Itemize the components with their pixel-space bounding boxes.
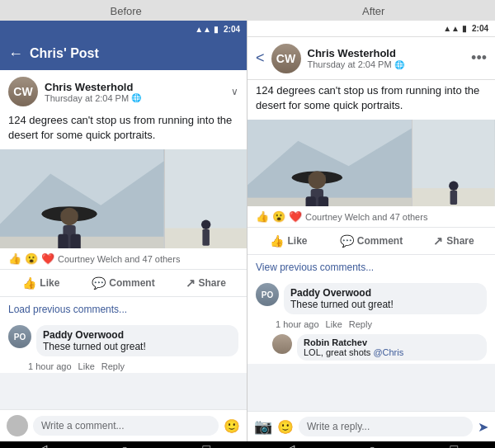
svg-rect-8 — [71, 234, 81, 248]
comment1-reply-right[interactable]: Reply — [349, 319, 372, 329]
comment-label-right: Comment — [357, 235, 403, 247]
post-avatar-left: CW — [8, 77, 38, 106]
svg-rect-15 — [248, 198, 412, 206]
back-button-left[interactable]: ← — [8, 45, 23, 63]
input-avatar-left — [7, 415, 28, 436]
wow-emoji-right: 😮 — [272, 210, 285, 223]
like-emoji-left: 👍 — [8, 252, 21, 265]
comment2-item-right: Robin Ratchev LOL, great shots @Chris — [248, 331, 495, 364]
reactions-row-right: 👍 😮 ❤️ Courtney Welch and 47 others — [248, 206, 495, 228]
view-previous-right[interactable]: View previous comments... — [248, 255, 495, 280]
comment-actions-left: 1 hour ago Like Reply — [0, 360, 247, 373]
action-bar-right: 👍 Like 💬 Comment ↗ Share — [248, 228, 495, 255]
status-bar-right: ▲▲ ▮ 2:04 — [248, 21, 495, 37]
reply-input-bar-right: 📷 🙂 Write a reply... ➤ — [248, 411, 495, 441]
photo-main-left — [0, 149, 164, 248]
like-label-left: Like — [40, 277, 59, 289]
nav-home-button[interactable]: ○ — [120, 442, 129, 449]
post-card-left: CW Chris Westerhold Thursday at 2:04 PM … — [0, 70, 247, 373]
header-right: < CW Chris Westerhold Thursday at 2:04 P… — [248, 37, 495, 80]
share-button-right[interactable]: ↗ Share — [412, 229, 495, 252]
svg-point-24 — [449, 182, 458, 191]
chevron-icon-left: ∨ — [231, 86, 238, 97]
like-button-right[interactable]: 👍 Like — [248, 229, 330, 252]
share-icon-left: ↗ — [186, 276, 196, 290]
privacy-icon-left: 🌐 — [131, 93, 141, 102]
comment1-name-right: Paddy Overwood — [290, 287, 480, 299]
comment1-bubble-right: Paddy Overwood These turned out great! — [284, 283, 487, 314]
post-time-left: Thursday at 2:04 PM 🌐 — [45, 93, 141, 103]
post-card-right: 124 degrees can't stop us from running i… — [248, 80, 495, 364]
comment2-avatar-right — [272, 334, 292, 354]
photo-main-right — [248, 120, 412, 206]
comment-time-left: 1 hour ago — [28, 361, 72, 371]
nav-bar: ◁ ○ □ ◁ ○ □ — [0, 441, 495, 448]
svg-rect-7 — [58, 234, 68, 248]
photo-side-left — [165, 149, 247, 248]
nav-home-button2[interactable]: ○ — [368, 442, 376, 449]
send-button-right[interactable]: ➤ — [478, 419, 488, 435]
back-button-right[interactable]: < — [256, 50, 265, 67]
comment-button-right[interactable]: 💬 Comment — [330, 229, 412, 252]
reactions-text-left: Courtney Welch and 47 others — [58, 254, 180, 264]
like-label-right: Like — [287, 235, 307, 247]
comment1-text-right: These turned out great! — [290, 299, 480, 310]
camera-icon-right[interactable]: 📷 — [254, 417, 272, 436]
nav-back-button2[interactable]: ◁ — [285, 441, 295, 448]
comment-input-bar-left: Write a comment... 🙂 — [0, 409, 247, 441]
nav-recents-button[interactable]: □ — [203, 442, 211, 449]
share-button-left[interactable]: ↗ Share — [164, 271, 247, 295]
nav-back-button[interactable]: ◁ — [37, 441, 47, 448]
time-left: 2:04 — [224, 25, 240, 34]
comment-bubble-left: Paddy Overwood These turned out great! — [36, 325, 238, 356]
wow-emoji-left: 😮 — [25, 252, 38, 265]
photo-side-right — [412, 120, 495, 206]
wifi-icon-left: ▲▲ — [195, 25, 211, 34]
emoji-icon-right[interactable]: 🙂 — [277, 419, 294, 435]
action-bar-left: 👍 Like 💬 Comment ↗ Share — [0, 270, 247, 297]
share-label-right: Share — [446, 235, 474, 247]
comment-button-left[interactable]: 💬 Comment — [82, 271, 165, 295]
like-button-left[interactable]: 👍 Like — [0, 271, 82, 295]
header-name-right: Chris Westerhold — [308, 47, 465, 59]
comment-input-left[interactable]: Write a comment... — [33, 416, 219, 436]
emoji-icon-left[interactable]: 🙂 — [224, 418, 240, 434]
comment2-name-right: Robin Ratchev — [304, 337, 480, 347]
dots-menu-right[interactable]: ••• — [471, 50, 487, 67]
svg-rect-2 — [0, 237, 164, 248]
privacy-icon-right: 🌐 — [394, 60, 404, 69]
status-bar-left: ▲▲ ▮ 2:04 — [0, 21, 247, 37]
wifi-icon-right: ▲▲ — [443, 24, 460, 33]
header-info-right: Chris Westerhold Thursday at 2:04 PM 🌐 — [308, 47, 465, 69]
reactions-text-right: Courtney Welch and 47 others — [305, 212, 427, 222]
post-author-info-left: Chris Westerhold Thursday at 2:04 PM 🌐 — [45, 81, 141, 103]
comment-reply-left[interactable]: Reply — [101, 361, 125, 371]
comment-avatar-left: PO — [8, 325, 31, 348]
heart-emoji-right: ❤️ — [289, 210, 302, 223]
svg-rect-21 — [318, 197, 328, 207]
svg-point-5 — [60, 208, 78, 225]
header-avatar-right: CW — [271, 44, 301, 73]
like-icon-left: 👍 — [22, 276, 36, 290]
time-right: 2:04 — [472, 24, 488, 33]
post-author-left: Chris Westerhold — [45, 81, 141, 93]
reply-input-right[interactable]: Write a reply... — [299, 417, 473, 436]
svg-point-11 — [201, 220, 210, 229]
nav-recents-button2[interactable]: □ — [450, 442, 459, 449]
comment-label-left: Comment — [109, 277, 154, 289]
battery-icon-left: ▮ — [214, 25, 219, 34]
comment2-text-right: LOL, great shots @Chris — [304, 347, 480, 357]
comment1-actions-right: 1 hour ago Like Reply — [248, 318, 495, 331]
load-comments-left[interactable]: Load previous comments... — [0, 297, 247, 322]
comment-icon-right: 💬 — [340, 234, 354, 248]
header-left: ← Chris' Post — [0, 37, 247, 70]
comment1-avatar-right: PO — [256, 283, 279, 306]
battery-icon-right: ▮ — [462, 24, 467, 33]
svg-rect-25 — [450, 191, 458, 205]
comment-icon-left: 💬 — [92, 276, 106, 290]
after-label: After — [362, 5, 384, 17]
comment1-like-right[interactable]: Like — [326, 319, 342, 329]
photo-grid-left — [0, 149, 247, 248]
comment-like-left[interactable]: Like — [78, 361, 95, 371]
like-icon-right: 👍 — [270, 234, 284, 248]
